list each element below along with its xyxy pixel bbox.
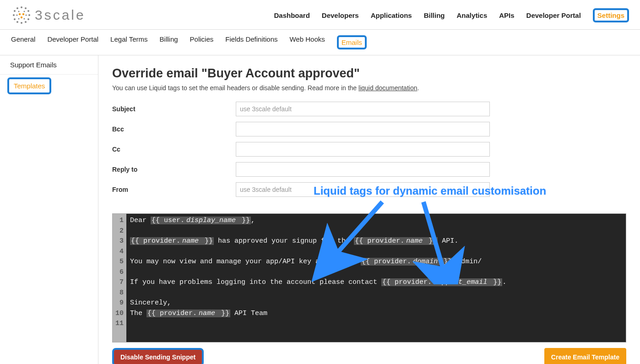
logo-text: 3scale — [35, 7, 86, 23]
svg-point-8 — [27, 18, 29, 20]
cc-input[interactable] — [236, 142, 490, 157]
create-template-button[interactable]: Create Email Template — [544, 348, 626, 364]
svg-point-13 — [24, 11, 25, 12]
nav-dashboard[interactable]: Dashboard — [274, 11, 309, 19]
page-title: Override email "Buyer Account approved" — [112, 66, 626, 81]
subnav-policies[interactable]: Policies — [190, 35, 214, 49]
svg-point-4 — [27, 10, 29, 12]
svg-point-11 — [21, 22, 22, 24]
subnav-emails[interactable]: Emails — [337, 35, 367, 49]
subnav-billing[interactable]: Billing — [160, 35, 178, 49]
page-description: You can use Liquid tags to set the email… — [112, 84, 626, 92]
main-nav: DashboardDevelopersApplicationsBillingAn… — [274, 8, 629, 22]
code-line — [130, 267, 622, 278]
code-line — [130, 247, 622, 257]
code-line — [130, 288, 622, 299]
cc-label: Cc — [112, 146, 236, 153]
svg-point-0 — [21, 6, 22, 8]
svg-point-6 — [28, 14, 30, 16]
subject-label: Subject — [112, 105, 236, 113]
nav-developer-portal[interactable]: Developer Portal — [526, 11, 581, 19]
sidebar-support-emails[interactable]: Support Emails — [0, 55, 98, 75]
subnav-web-hooks[interactable]: Web Hooks — [289, 35, 325, 49]
reply-to-label: Reply to — [112, 166, 236, 173]
page-desc-prefix: You can use Liquid tags to set the email… — [112, 84, 358, 92]
svg-point-1 — [16, 7, 18, 9]
svg-point-10 — [25, 21, 27, 23]
code-line: The {{ provider.name }} API Team — [130, 309, 622, 319]
main-content: Override email "Buyer Account approved" … — [98, 55, 640, 364]
bcc-input[interactable] — [236, 122, 490, 136]
sidebar-templates[interactable]: Templates — [7, 77, 51, 94]
subnav-fields-definitions[interactable]: Fields Definitions — [225, 35, 277, 49]
reply-to-input[interactable] — [236, 162, 490, 177]
nav-billing[interactable]: Billing — [424, 11, 445, 19]
svg-point-7 — [14, 18, 16, 20]
nav-apis[interactable]: APIs — [499, 11, 514, 19]
code-line: If you have problems logging into the ac… — [130, 277, 622, 288]
svg-point-17 — [24, 18, 25, 20]
liquid-doc-link[interactable]: liquid documentation — [358, 84, 417, 92]
subject-input[interactable] — [236, 102, 490, 116]
code-line: You may now view and manage your app/API… — [130, 257, 622, 267]
sub-nav: GeneralDeveloper PortalLegal TermsBillin… — [0, 30, 640, 55]
nav-developers[interactable]: Developers — [322, 11, 359, 19]
code-line: Sincerely, — [130, 298, 622, 309]
from-input[interactable] — [236, 182, 490, 197]
svg-point-20 — [21, 16, 22, 18]
code-line — [130, 226, 622, 237]
logo: 3scale — [11, 5, 86, 26]
svg-point-19 — [22, 13, 24, 15]
nav-settings[interactable]: Settings — [593, 8, 629, 22]
from-label: From — [112, 186, 236, 193]
svg-point-12 — [18, 11, 20, 12]
svg-point-14 — [16, 15, 18, 16]
editor-code[interactable]: Dear {{ user.display_name }},{{ provider… — [126, 214, 626, 342]
code-line: {{ provider.name }} has approved your si… — [130, 236, 622, 247]
svg-point-9 — [16, 21, 18, 23]
disable-sending-button[interactable]: Disable Sending Snippet — [112, 348, 204, 364]
subnav-legal-terms[interactable]: Legal Terms — [110, 35, 147, 49]
subnav-developer-portal[interactable]: Developer Portal — [47, 35, 98, 49]
sidebar: Support EmailsTemplates — [0, 55, 98, 364]
header: 3scale DashboardDevelopersApplicationsBi… — [0, 0, 640, 30]
nav-analytics[interactable]: Analytics — [457, 11, 488, 19]
code-line — [130, 319, 622, 329]
nav-applications[interactable]: Applications — [371, 11, 412, 19]
svg-point-15 — [26, 15, 27, 16]
page-desc-suffix: . — [417, 84, 419, 92]
svg-point-2 — [25, 7, 27, 9]
svg-point-5 — [13, 14, 15, 16]
svg-point-18 — [19, 13, 21, 15]
code-editor[interactable]: 1234567891011 Dear {{ user.display_name … — [112, 213, 626, 342]
svg-point-3 — [14, 10, 16, 12]
logo-icon — [11, 5, 32, 26]
svg-point-16 — [18, 18, 20, 20]
editor-gutter: 1234567891011 — [113, 214, 126, 342]
subnav-general[interactable]: General — [11, 35, 35, 49]
code-line: Dear {{ user.display_name }}, — [130, 216, 622, 226]
bcc-label: Bcc — [112, 125, 236, 133]
